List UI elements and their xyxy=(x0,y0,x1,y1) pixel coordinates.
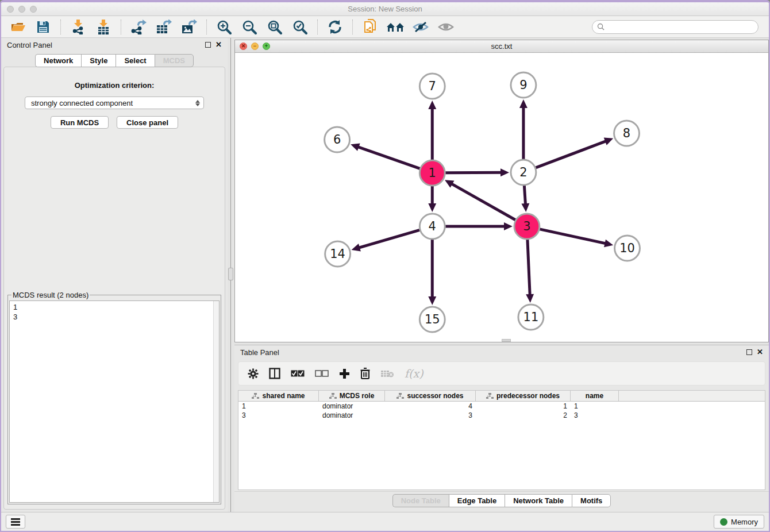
tab-edge-table[interactable]: Edge Table xyxy=(449,494,505,507)
column-header-shared-name[interactable]: shared name xyxy=(238,391,319,401)
graph-node-9[interactable]: 9 xyxy=(511,72,536,98)
unselect-all-button[interactable] xyxy=(315,370,329,377)
close-panel-icon[interactable]: ✕ xyxy=(215,42,222,48)
mcds-result-text[interactable]: 1 3 xyxy=(9,300,220,503)
column-header-name[interactable]: name xyxy=(571,391,619,401)
tab-network[interactable]: Network xyxy=(35,54,81,67)
panel-splitter[interactable] xyxy=(228,38,234,512)
close-panel-button[interactable]: Close panel xyxy=(117,116,178,129)
export-image-icon xyxy=(181,20,197,34)
table-row[interactable]: 1dominator411 xyxy=(238,402,765,411)
graph-node-7[interactable]: 7 xyxy=(419,74,445,99)
gear-button[interactable] xyxy=(248,368,259,379)
graph-node-8[interactable]: 8 xyxy=(614,121,640,146)
add-column-button[interactable] xyxy=(339,368,350,379)
select-all-button[interactable] xyxy=(291,370,305,377)
cell-predecessor-nodes[interactable]: 1 xyxy=(476,402,571,411)
cell-MCDS-role[interactable]: dominator xyxy=(319,411,385,420)
save-session-button[interactable] xyxy=(32,18,54,36)
search-field[interactable] xyxy=(592,20,759,34)
edge-2-8[interactable] xyxy=(536,141,607,168)
memory-button[interactable]: Memory xyxy=(714,515,764,529)
graph-node-15[interactable]: 15 xyxy=(419,307,445,332)
column-header-MCDS-role[interactable]: MCDS role xyxy=(319,391,385,401)
zoom-in-button[interactable] xyxy=(213,18,235,36)
task-history-button[interactable] xyxy=(6,515,25,529)
add-column-icon xyxy=(339,368,350,379)
edge-1-2[interactable] xyxy=(445,172,502,173)
column-header-predecessor-nodes[interactable]: predecessor nodes xyxy=(476,391,571,401)
graph-node-1[interactable]: 1 xyxy=(419,160,445,186)
zoom-out-icon xyxy=(242,20,257,34)
graph-node-11[interactable]: 11 xyxy=(518,304,544,330)
function-builder-button[interactable]: f(x) xyxy=(405,367,424,380)
edge-3-11[interactable] xyxy=(528,240,530,296)
graph-node-14[interactable]: 14 xyxy=(325,241,351,267)
network-graph[interactable]: 7968124314101511 xyxy=(235,53,768,342)
graph-node-10[interactable]: 10 xyxy=(615,236,640,261)
tab-select[interactable]: Select xyxy=(116,54,154,67)
export-image-button[interactable] xyxy=(178,18,200,36)
export-network-button[interactable] xyxy=(128,18,149,36)
import-network-button[interactable] xyxy=(67,18,89,36)
tab-mcds[interactable]: MCDS xyxy=(155,54,194,67)
edge-2-3[interactable] xyxy=(524,186,525,205)
window-title: Session: New Session xyxy=(1,5,769,13)
cell-predecessor-nodes[interactable]: 2 xyxy=(476,411,571,420)
column-view-button[interactable] xyxy=(269,368,280,379)
cell-shared-name[interactable]: 3 xyxy=(238,411,319,420)
hide-selected-button[interactable] xyxy=(410,18,432,36)
tab-style[interactable]: Style xyxy=(81,54,116,67)
edge-3-1[interactable] xyxy=(451,183,515,220)
canvas-grip[interactable] xyxy=(502,339,511,342)
column-type-icon xyxy=(252,393,259,399)
delete-column-button[interactable] xyxy=(380,369,394,378)
float-panel-icon[interactable] xyxy=(205,42,211,48)
search-input[interactable] xyxy=(607,23,753,31)
result-scrollbar[interactable] xyxy=(213,301,219,502)
zoom-fit-button[interactable] xyxy=(264,18,286,36)
select-spinner-icon xyxy=(195,100,200,106)
cell-MCDS-role[interactable]: dominator xyxy=(319,402,385,411)
home-layout-button[interactable] xyxy=(384,18,406,36)
graph-node-6[interactable]: 6 xyxy=(325,127,350,152)
run-mcds-button[interactable]: Run MCDS xyxy=(51,116,109,129)
show-all-button[interactable] xyxy=(435,18,457,36)
import-table-button[interactable] xyxy=(93,18,114,36)
svg-text:1: 1 xyxy=(429,166,436,180)
float-table-panel-icon[interactable] xyxy=(746,349,752,355)
graph-node-3[interactable]: 3 xyxy=(514,214,540,239)
edge-3-10[interactable] xyxy=(540,229,606,244)
toolbar-separator xyxy=(60,20,61,34)
tab-motifs[interactable]: Motifs xyxy=(572,494,611,507)
column-header-successor-nodes[interactable]: successor nodes xyxy=(385,391,476,401)
open-file-button[interactable] xyxy=(7,18,29,36)
close-table-panel-icon[interactable]: ✕ xyxy=(757,349,763,355)
open-file-icon xyxy=(10,21,25,33)
cell-name[interactable]: 3 xyxy=(571,411,619,420)
zoom-selected-button[interactable] xyxy=(289,18,311,36)
splitter-grip[interactable] xyxy=(228,268,233,280)
cell-successor-nodes[interactable]: 3 xyxy=(385,411,476,420)
table-row[interactable]: 3dominator323 xyxy=(238,411,765,420)
svg-text:9: 9 xyxy=(519,78,527,92)
graph-node-4[interactable]: 4 xyxy=(419,214,445,239)
cell-successor-nodes[interactable]: 4 xyxy=(385,402,476,411)
optimization-criterion-select[interactable]: strongly connected component xyxy=(25,97,204,109)
tab-node-table[interactable]: Node Table xyxy=(392,494,449,507)
export-table-button[interactable] xyxy=(153,18,175,36)
refresh-icon xyxy=(328,20,342,34)
zoom-out-button[interactable] xyxy=(238,18,260,36)
refresh-button[interactable] xyxy=(324,18,346,36)
network-canvas[interactable]: 7968124314101511 xyxy=(235,53,768,342)
cell-shared-name[interactable]: 1 xyxy=(238,402,319,411)
tab-network-table[interactable]: Network Table xyxy=(505,494,572,507)
duplicate-network-button[interactable] xyxy=(359,18,381,36)
delete-button[interactable] xyxy=(360,368,370,379)
network-window-titlebar[interactable]: ✕ − + scc.txt xyxy=(235,40,768,53)
edge-4-14[interactable] xyxy=(358,230,419,248)
edge-1-6[interactable] xyxy=(357,147,419,168)
cell-name[interactable]: 1 xyxy=(571,402,619,411)
graph-node-2[interactable]: 2 xyxy=(511,160,536,185)
selected-option: strongly connected component xyxy=(31,99,133,107)
